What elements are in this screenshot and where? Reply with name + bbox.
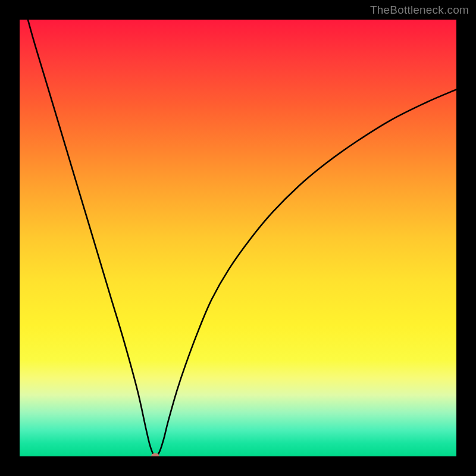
plot-area (20, 20, 456, 456)
chart-frame: TheBottleneck.com (0, 0, 476, 476)
optimum-marker (151, 453, 159, 457)
watermark-text: TheBottleneck.com (370, 4, 469, 17)
bottleneck-curve (20, 20, 456, 456)
